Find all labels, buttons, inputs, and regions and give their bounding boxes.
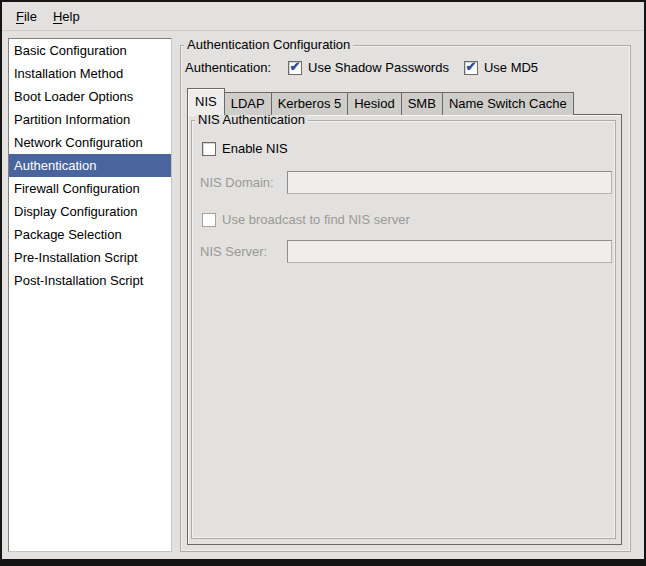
sidebar-item-basic-configuration[interactable]: Basic Configuration	[9, 39, 171, 62]
sidebar-item-pre-installation-script[interactable]: Pre-Installation Script	[9, 246, 171, 269]
menu-help[interactable]: Help	[45, 5, 88, 28]
nis-domain-input[interactable]	[287, 171, 612, 194]
tab-kerberos-5[interactable]: Kerberos 5	[271, 92, 349, 115]
tab-hesiod[interactable]: Hesiod	[347, 92, 401, 115]
use-broadcast-checkbox[interactable]: Use broadcast to find NIS server	[202, 212, 615, 227]
sidebar-item-authentication[interactable]: Authentication	[9, 154, 171, 177]
checkbox-box	[202, 213, 216, 227]
use-md5-checkbox[interactable]: ✔ Use MD5	[464, 60, 538, 75]
app-window: File Help Basic ConfigurationInstallatio…	[0, 0, 646, 566]
sidebar-item-package-selection[interactable]: Package Selection	[9, 223, 171, 246]
tab-smb[interactable]: SMB	[401, 92, 443, 115]
nis-server-input[interactable]	[287, 240, 612, 263]
use-md5-label: Use MD5	[484, 60, 538, 75]
menu-file-mnemonic: F	[16, 9, 24, 24]
menu-help-mnemonic: H	[53, 9, 62, 24]
nis-server-row: NIS Server:	[192, 240, 615, 263]
enable-nis-checkbox[interactable]: Enable NIS	[202, 141, 615, 156]
enable-nis-label: Enable NIS	[222, 141, 288, 156]
sidebar-item-partition-information[interactable]: Partition Information	[9, 108, 171, 131]
nis-domain-label: NIS Domain:	[200, 175, 274, 190]
sidebar-item-boot-loader-options[interactable]: Boot Loader Options	[9, 85, 171, 108]
use-shadow-passwords-checkbox[interactable]: ✔ Use Shadow Passwords	[288, 60, 449, 75]
sidebar-list: Basic ConfigurationInstallation MethodBo…	[8, 38, 172, 552]
checkbox-box: ✔	[464, 61, 478, 75]
sidebar-item-display-configuration[interactable]: Display Configuration	[9, 200, 171, 223]
tab-strip: NISLDAPKerberos 5HesiodSMBName Switch Ca…	[187, 89, 622, 115]
sidebar-item-post-installation-script[interactable]: Post-Installation Script	[9, 269, 171, 292]
check-icon: ✔	[465, 60, 476, 73]
authentication-configuration-frame: Authentication Configuration Authenticat…	[180, 45, 631, 552]
checkbox-box	[202, 142, 216, 156]
auth-notebook: NISLDAPKerberos 5HesiodSMBName Switch Ca…	[187, 89, 622, 545]
menu-file[interactable]: File	[8, 5, 45, 28]
sidebar-item-network-configuration[interactable]: Network Configuration	[9, 131, 171, 154]
nis-tab-page: NIS Authentication Enable NIS NIS Domain…	[187, 114, 622, 545]
use-shadow-passwords-label: Use Shadow Passwords	[308, 60, 449, 75]
tab-name-switch-cache[interactable]: Name Switch Cache	[442, 92, 574, 115]
menu-file-rest: ile	[24, 9, 37, 24]
sidebar-item-firewall-configuration[interactable]: Firewall Configuration	[9, 177, 171, 200]
nis-server-label: NIS Server:	[200, 244, 267, 259]
tab-nis[interactable]: NIS	[187, 88, 225, 115]
authentication-options-row: Authentication: ✔ Use Shadow Passwords ✔…	[185, 60, 624, 75]
tab-ldap[interactable]: LDAP	[224, 92, 272, 115]
check-icon: ✔	[290, 60, 301, 73]
frame-title: Authentication Configuration	[184, 37, 353, 53]
checkbox-box: ✔	[288, 61, 302, 75]
nis-domain-row: NIS Domain:	[192, 171, 615, 194]
nis-authentication-frame: NIS Authentication Enable NIS NIS Domain…	[191, 120, 616, 539]
menu-help-rest: elp	[62, 9, 79, 24]
sidebar-item-installation-method[interactable]: Installation Method	[9, 62, 171, 85]
use-broadcast-label: Use broadcast to find NIS server	[222, 212, 410, 227]
authentication-label: Authentication:	[185, 60, 271, 75]
menu-bar: File Help	[2, 2, 644, 31]
